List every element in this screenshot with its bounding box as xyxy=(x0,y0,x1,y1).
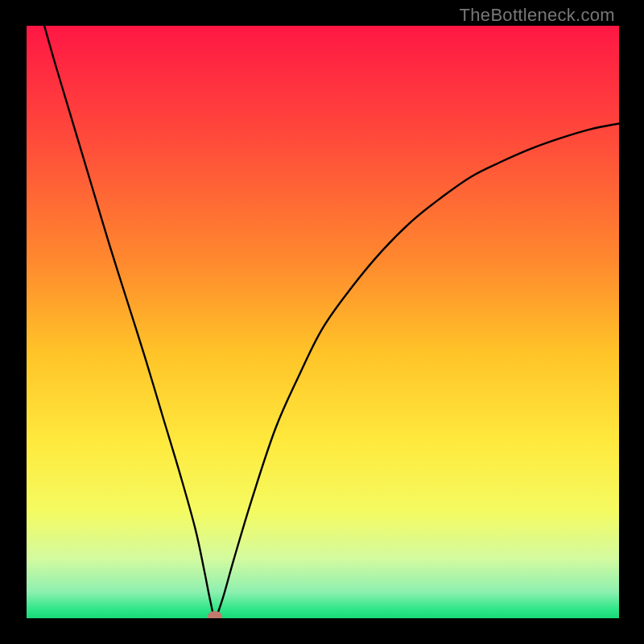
curve-svg xyxy=(27,26,619,618)
chart-frame: TheBottleneck.com xyxy=(0,0,644,644)
optimal-point-marker xyxy=(208,611,222,618)
bottleneck-curve xyxy=(44,26,619,617)
watermark-text: TheBottleneck.com xyxy=(460,5,615,26)
plot-area xyxy=(27,26,619,618)
